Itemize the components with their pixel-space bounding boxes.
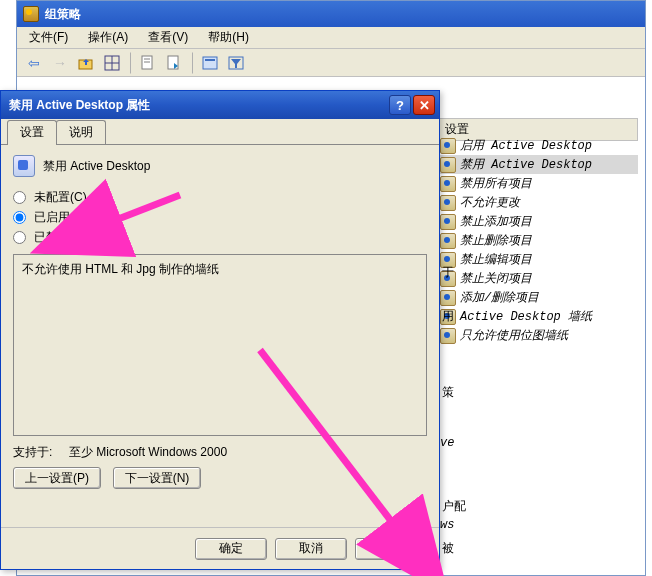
list-item[interactable]: 禁止添加项目 xyxy=(438,212,638,231)
gp-title-text: 组策略 xyxy=(45,6,81,23)
gp-menubar: 文件(F) 操作(A) 查看(V) 帮助(H) xyxy=(17,27,645,49)
filter-button[interactable] xyxy=(225,52,247,74)
list-item-label: 只允许使用位图墙纸 xyxy=(460,327,568,344)
dialog-heading-text: 禁用 Active Desktop xyxy=(43,158,150,175)
tab-explain[interactable]: 说明 xyxy=(56,120,106,144)
bg-text: ve xyxy=(440,436,454,450)
dialog-heading: 禁用 Active Desktop xyxy=(13,155,427,177)
list-item[interactable]: 只允许使用位图墙纸 xyxy=(438,326,638,345)
list-item[interactable]: 不允许更改 xyxy=(438,193,638,212)
svg-rect-8 xyxy=(203,57,217,69)
radio-label: 未配置(C) xyxy=(34,189,87,206)
list-item-label: 禁止添加项目 xyxy=(460,213,532,230)
back-button[interactable]: ⇦ xyxy=(23,52,45,74)
supported-row: 支持于: 至少 Microsoft Windows 2000 xyxy=(13,444,427,461)
refresh-button[interactable] xyxy=(137,52,159,74)
list-item-label: 禁用 Active Desktop xyxy=(460,156,592,173)
policy-icon xyxy=(440,233,456,249)
sheet-go-icon xyxy=(166,55,182,71)
list-item-label: Active Desktop 墙纸 xyxy=(460,308,592,325)
list-item-label: 禁止关闭项目 xyxy=(460,270,532,287)
description-text: 不允许使用 HTML 和 Jpg 制作的墙纸 xyxy=(22,262,219,276)
separator xyxy=(191,52,193,74)
supported-value: 至少 Microsoft Windows 2000 xyxy=(69,445,227,459)
list-item-label: 禁止删除项目 xyxy=(460,232,532,249)
list-item-label: 启用 Active Desktop xyxy=(460,137,592,154)
menu-view[interactable]: 查看(V) xyxy=(142,27,194,48)
radio-disabled[interactable]: 已禁用(D) xyxy=(13,229,427,246)
settings-list: 启用 Active Desktop 禁用 Active Desktop 禁用所有… xyxy=(438,136,638,345)
dialog-titlebar: 禁用 Active Desktop 属性 ? ✕ xyxy=(1,91,439,119)
forward-button: → xyxy=(49,52,71,74)
up-button[interactable] xyxy=(75,52,97,74)
dialog-title-text: 禁用 Active Desktop 属性 xyxy=(9,97,387,114)
list-item[interactable]: 禁用 Active Desktop xyxy=(438,155,638,174)
bg-text: ws xyxy=(440,518,454,532)
radio-group: 未配置(C) 已启用(E) 已禁用(D) xyxy=(13,189,427,246)
list-item[interactable]: 禁用所有项目 xyxy=(438,174,638,193)
list-item[interactable]: 禁止关闭项目 xyxy=(438,269,638,288)
list-item-label: 禁用所有项目 xyxy=(460,175,532,192)
folder-up-icon xyxy=(78,55,94,71)
policy-icon xyxy=(440,214,456,230)
help-button[interactable]: ? xyxy=(389,95,411,115)
filter-icon xyxy=(228,55,244,71)
dialog-content: 禁用 Active Desktop 未配置(C) 已启用(E) 已禁用(D) 不… xyxy=(1,145,439,527)
policy-icon xyxy=(440,290,456,306)
template-button[interactable] xyxy=(199,52,221,74)
policy-icon xyxy=(440,195,456,211)
list-item[interactable]: 启用 Active Desktop xyxy=(438,136,638,155)
properties-button[interactable] xyxy=(101,52,123,74)
radio-disabled-input[interactable] xyxy=(13,231,26,244)
dialog-footer: 确定 取消 应用(A) xyxy=(1,527,439,569)
gp-app-icon xyxy=(23,6,39,22)
gp-titlebar: 组策略 xyxy=(17,1,645,27)
grid-icon xyxy=(104,55,120,71)
properties-dialog: 禁用 Active Desktop 属性 ? ✕ 设置 说明 禁用 Active… xyxy=(0,90,440,570)
bg-text: 户配 xyxy=(442,498,466,515)
description-box: 不允许使用 HTML 和 Jpg 制作的墙纸 xyxy=(13,254,427,436)
nav-buttons: 上一设置(P) 下一设置(N) xyxy=(13,467,427,489)
radio-label: 已启用(E) xyxy=(34,209,86,226)
list-item-label: 禁止编辑项目 xyxy=(460,251,532,268)
menu-file[interactable]: 文件(F) xyxy=(23,27,74,48)
list-item-label: 不允许更改 xyxy=(460,194,520,211)
policy-icon xyxy=(13,155,35,177)
radio-label: 已禁用(D) xyxy=(34,229,87,246)
close-button[interactable]: ✕ xyxy=(413,95,435,115)
bg-text: 用 xyxy=(442,308,454,325)
tab-settings[interactable]: 设置 xyxy=(7,120,57,145)
list-item-label: 添加/删除项目 xyxy=(460,289,539,306)
radio-not-configured-input[interactable] xyxy=(13,191,26,204)
bg-text: 我 xyxy=(0,4,12,21)
bg-text: 策 xyxy=(442,384,454,401)
bg-text: 于 xyxy=(442,264,454,281)
list-item[interactable]: 添加/删除项目 xyxy=(438,288,638,307)
menu-action[interactable]: 操作(A) xyxy=(82,27,134,48)
next-setting-button[interactable]: 下一设置(N) xyxy=(113,467,201,489)
bg-text: 被 xyxy=(442,540,454,557)
svg-rect-9 xyxy=(205,59,215,61)
radio-enabled[interactable]: 已启用(E) xyxy=(13,209,427,226)
policy-icon xyxy=(440,328,456,344)
policy-icon xyxy=(440,157,456,173)
radio-not-configured[interactable]: 未配置(C) xyxy=(13,189,427,206)
separator xyxy=(129,52,131,74)
policy-icon xyxy=(440,138,456,154)
dialog-tabs: 设置 说明 xyxy=(1,119,439,145)
sheet-icon xyxy=(140,55,156,71)
cancel-button[interactable]: 取消 xyxy=(275,538,347,560)
list-item[interactable]: Active Desktop 墙纸 xyxy=(438,307,638,326)
menu-help[interactable]: 帮助(H) xyxy=(202,27,255,48)
ok-button[interactable]: 确定 xyxy=(195,538,267,560)
template-icon xyxy=(202,55,218,71)
supported-label: 支持于: xyxy=(13,445,52,459)
radio-enabled-input[interactable] xyxy=(13,211,26,224)
export-button[interactable] xyxy=(163,52,185,74)
list-item[interactable]: 禁止删除项目 xyxy=(438,231,638,250)
prev-setting-button[interactable]: 上一设置(P) xyxy=(13,467,101,489)
list-item[interactable]: 禁止编辑项目 xyxy=(438,250,638,269)
policy-icon xyxy=(440,176,456,192)
gp-toolbar: ⇦ → xyxy=(17,49,645,77)
apply-button[interactable]: 应用(A) xyxy=(355,538,427,560)
